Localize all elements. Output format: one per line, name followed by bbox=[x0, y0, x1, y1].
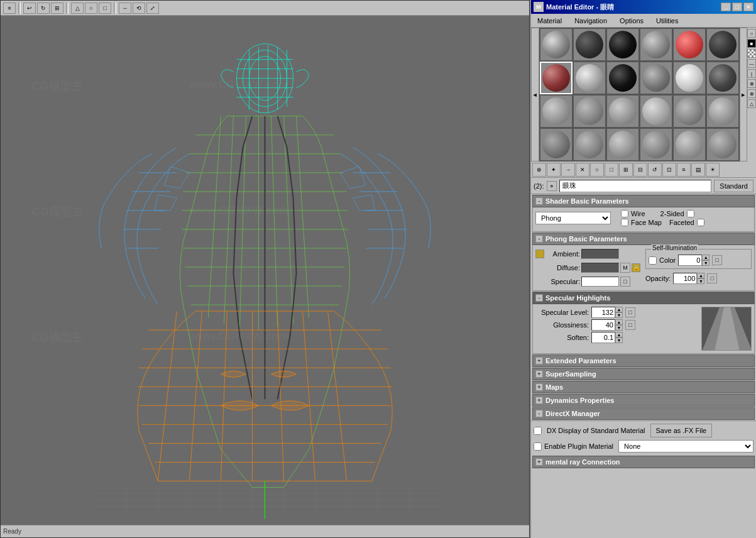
spec-map-btn[interactable]: □ bbox=[620, 277, 630, 287]
phong-collapse-btn[interactable]: - bbox=[535, 235, 543, 243]
preview-cell-20[interactable] bbox=[606, 128, 639, 161]
preview-cell-5[interactable] bbox=[706, 28, 739, 61]
self-illum-input[interactable] bbox=[678, 255, 702, 266]
spec-level-up[interactable]: ▲ bbox=[615, 307, 623, 312]
extended-expand-btn[interactable]: + bbox=[535, 357, 543, 365]
ambient-swatch[interactable] bbox=[581, 249, 619, 259]
put-to-scene-btn[interactable]: ⊟ bbox=[633, 163, 647, 177]
extended-rollout[interactable]: + Extended Parameters bbox=[532, 354, 755, 367]
menu-options[interactable]: Options bbox=[616, 16, 647, 26]
preview-cell-19[interactable] bbox=[573, 128, 606, 161]
box-btn[interactable]: □ bbox=[605, 163, 618, 177]
preview-cell-23[interactable] bbox=[706, 128, 739, 161]
maps-rollout[interactable]: + Maps bbox=[532, 381, 755, 393]
soften-down[interactable]: ▼ bbox=[615, 338, 623, 343]
preview-cell-1[interactable] bbox=[573, 28, 606, 61]
preview-cell-2[interactable] bbox=[606, 28, 639, 61]
strip-btn-4[interactable]: — bbox=[747, 59, 756, 68]
preview-cell-12[interactable] bbox=[540, 95, 572, 128]
faceted-checkbox[interactable] bbox=[697, 219, 704, 226]
tb8[interactable]: ⟲ bbox=[133, 3, 145, 14]
enable-plugin-checkbox[interactable] bbox=[534, 442, 542, 451]
dynamics-rollout[interactable]: + Dynamics Properties bbox=[532, 394, 755, 407]
strip-btn-7[interactable]: ⊗ bbox=[747, 89, 756, 98]
lock-btn[interactable]: 🔒 bbox=[632, 263, 640, 272]
preview-cell-8[interactable] bbox=[606, 62, 639, 94]
close-button[interactable]: × bbox=[743, 3, 753, 11]
preview-cell-16[interactable] bbox=[673, 95, 706, 128]
backlight-btn[interactable]: ☀ bbox=[706, 163, 720, 177]
dx-display-checkbox[interactable] bbox=[534, 427, 542, 435]
preview-cell-11[interactable] bbox=[706, 62, 739, 94]
menu-material[interactable]: Material bbox=[534, 16, 566, 26]
tb4[interactable]: △ bbox=[71, 3, 84, 14]
preview-cell-6[interactable] bbox=[540, 62, 572, 94]
menu-navigation[interactable]: Navigation bbox=[571, 16, 611, 26]
twosided-checkbox[interactable] bbox=[687, 210, 694, 217]
options-btn[interactable]: ≡ bbox=[677, 163, 691, 177]
self-illum-map-btn[interactable]: □ bbox=[712, 255, 722, 265]
pick-material-btn[interactable]: ✦ bbox=[547, 163, 561, 177]
strip-btn-1[interactable]: ○ bbox=[747, 29, 756, 38]
save-fx-button[interactable]: Save as .FX File bbox=[650, 424, 713, 437]
preview-nav-left[interactable]: ◄ bbox=[531, 28, 539, 162]
tb5[interactable]: ○ bbox=[85, 3, 97, 14]
preview-cell-13[interactable] bbox=[573, 95, 606, 128]
mentalray-expand-btn[interactable]: + bbox=[535, 458, 543, 466]
supersampling-expand-btn[interactable]: + bbox=[535, 370, 543, 378]
dynamics-expand-btn[interactable]: + bbox=[535, 397, 543, 404]
sphere-btn[interactable]: ○ bbox=[590, 163, 604, 177]
facemap-checkbox[interactable] bbox=[621, 219, 628, 226]
shader-header[interactable]: - Shader Basic Parameters bbox=[532, 195, 755, 207]
self-illum-checkbox[interactable] bbox=[649, 256, 657, 265]
opacity-up[interactable]: ▲ bbox=[697, 273, 704, 278]
menu-utilities[interactable]: Utilities bbox=[652, 16, 682, 26]
specular-header[interactable]: - Specular Highlights bbox=[532, 292, 755, 304]
plugin-select[interactable]: None bbox=[618, 440, 753, 453]
diffuse-swatch[interactable] bbox=[581, 263, 619, 273]
restore-button[interactable]: □ bbox=[732, 3, 742, 11]
copy-btn[interactable]: ⊡ bbox=[662, 163, 676, 177]
material-scrollable[interactable]: - Shader Basic Parameters Phong Wire bbox=[531, 194, 756, 538]
directx-rollout[interactable]: - DirectX Manager bbox=[532, 407, 755, 420]
strip-btn-6[interactable]: ⊕ bbox=[747, 79, 756, 88]
pick-from-scene-btn[interactable]: ⊞ bbox=[619, 163, 633, 177]
strip-btn-8[interactable]: △ bbox=[747, 99, 756, 108]
preview-cell-21[interactable] bbox=[640, 128, 672, 161]
spec-level-down[interactable]: ▼ bbox=[615, 312, 623, 318]
new-material-btn[interactable]: ⊕ bbox=[532, 163, 546, 177]
glossiness-map[interactable]: □ bbox=[625, 320, 635, 330]
supersampling-rollout[interactable]: + SuperSampling bbox=[532, 368, 755, 380]
opacity-input[interactable] bbox=[673, 273, 697, 284]
specular-swatch[interactable] bbox=[581, 277, 619, 287]
glossiness-down[interactable]: ▼ bbox=[615, 325, 623, 331]
delete-btn[interactable]: ✕ bbox=[576, 163, 589, 177]
phong-header[interactable]: - Phong Basic Parameters bbox=[532, 233, 755, 245]
tb3[interactable]: ⊞ bbox=[51, 3, 63, 14]
glossiness-up[interactable]: ▲ bbox=[615, 319, 623, 325]
shader-collapse-btn[interactable]: - bbox=[535, 197, 543, 205]
preview-cell-17[interactable] bbox=[706, 95, 739, 128]
strip-btn-5[interactable]: | bbox=[747, 69, 756, 78]
preview-cell-7[interactable] bbox=[573, 62, 606, 94]
material-name-input[interactable] bbox=[559, 180, 712, 192]
preview-cell-18[interactable] bbox=[540, 128, 572, 161]
strip-btn-3[interactable] bbox=[747, 49, 756, 58]
soften-input[interactable] bbox=[591, 332, 615, 343]
shader-type-select[interactable]: Phong bbox=[535, 212, 611, 224]
tb7[interactable]: ↔ bbox=[119, 3, 131, 14]
preview-cell-14[interactable] bbox=[606, 95, 639, 128]
soften-up[interactable]: ▲ bbox=[615, 332, 623, 338]
strip-btn-2[interactable]: ■ bbox=[747, 39, 756, 48]
spec-level-map[interactable]: □ bbox=[625, 307, 635, 317]
tb2[interactable]: ↻ bbox=[37, 3, 50, 14]
preview-nav-right[interactable]: ► bbox=[740, 28, 748, 162]
spec-level-input[interactable] bbox=[591, 307, 615, 318]
tb1[interactable]: ↩ bbox=[23, 3, 36, 14]
preview-cell-0[interactable] bbox=[540, 28, 572, 61]
spec-collapse-btn[interactable]: - bbox=[535, 294, 543, 302]
self-illum-up[interactable]: ▲ bbox=[702, 255, 709, 260]
preview-cell-4[interactable] bbox=[673, 28, 706, 61]
diffuse-m-btn[interactable]: M bbox=[620, 263, 630, 273]
glossiness-input[interactable] bbox=[591, 319, 615, 331]
